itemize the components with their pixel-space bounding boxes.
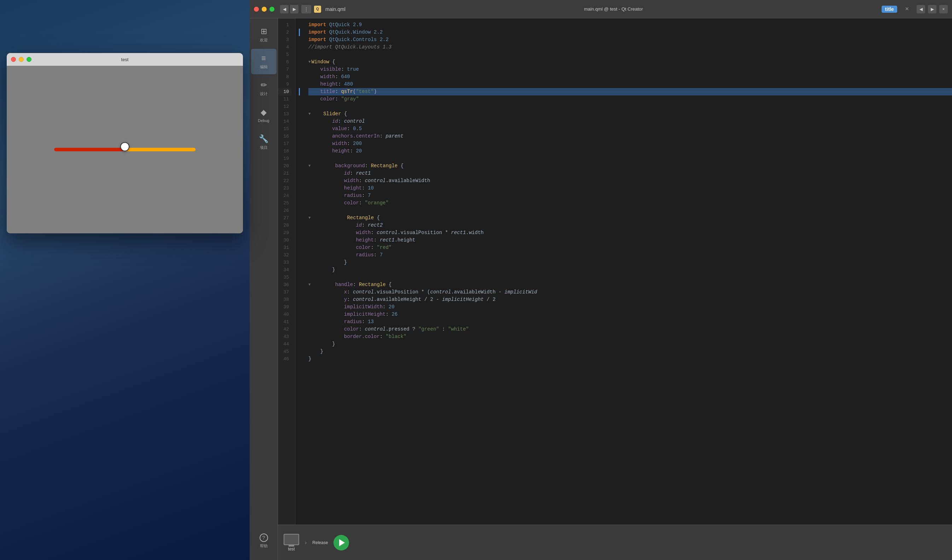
wrench-icon: 🔧 (259, 134, 269, 143)
slider-track-red (54, 148, 125, 151)
minimize-button[interactable] (19, 57, 24, 62)
line-num-27: 27 (278, 214, 292, 222)
line-num-17: 17 (278, 140, 292, 147)
code-line-37: x: control.visualPosition * (control.ava… (308, 288, 952, 296)
run-triangle-icon (339, 539, 345, 546)
code-line-23: height: 10 (308, 185, 952, 192)
sidebar-design-label: 设计 (260, 91, 268, 97)
close-button[interactable] (11, 57, 16, 62)
line-num-8: 8 (278, 73, 292, 80)
code-content[interactable]: import QtQuick 2.9 import QtQuick.Window… (303, 19, 952, 525)
line-num-39: 39 (278, 303, 292, 311)
line-numbers: 1 2 3 4 5 6 7 8 9 10 11 12 13 14 15 16 1 (278, 19, 296, 525)
fold-space-4 (296, 43, 303, 51)
line-num-29: 29 (278, 229, 292, 236)
line-num-19: 19 (278, 155, 292, 162)
monitor-icon (284, 534, 299, 545)
fold-space-15 (296, 125, 303, 133)
ide-bottom-bar: test › Release (278, 525, 952, 560)
code-line-35 (308, 274, 952, 281)
sidebar-item-edit[interactable]: ≡ 编辑 (251, 49, 277, 74)
title-badge: title (882, 6, 898, 13)
preview-window-title: test (121, 57, 129, 62)
ide-minimize-light[interactable] (262, 7, 267, 12)
line-num-16: 16 (278, 133, 292, 140)
line-num-12: 12 (278, 103, 292, 110)
fold-space-19 (296, 155, 303, 162)
fold-space-8 (296, 73, 303, 80)
line-num-31: 31 (278, 244, 292, 251)
line-num-23: 23 (278, 185, 292, 192)
line-num-33: 33 (278, 259, 292, 266)
code-area[interactable]: 1 2 3 4 5 6 7 8 9 10 11 12 13 14 15 16 1 (278, 19, 952, 525)
code-line-38: y: control.availableHeight / 2 - implici… (308, 296, 952, 303)
line-num-37: 37 (278, 288, 292, 296)
code-line-32: radius: 7 (308, 251, 952, 259)
code-line-28: id: rect2 (308, 222, 952, 229)
line-num-35: 35 (278, 274, 292, 281)
sidebar-item-help[interactable]: ? 帮助 (251, 528, 277, 554)
fold-space-14 (296, 118, 303, 125)
grid-icon: ⊞ (261, 27, 267, 36)
code-line-22: width: control.availableWidth (308, 177, 952, 185)
preview-panel: test (0, 0, 250, 560)
close-editor-button[interactable]: × (939, 5, 948, 14)
ide-main: ⊞ 欢迎 ≡ 编辑 ✏ 设计 ◆ Debug 🔧 项目 ? (250, 19, 952, 560)
sidebar-help-label: 帮助 (260, 543, 268, 549)
slider-preview[interactable] (54, 148, 196, 151)
back-button[interactable]: ◀ (280, 5, 289, 14)
fold-gutter (296, 19, 303, 525)
gutter-mark-2 (299, 29, 300, 36)
edit-icon: ≡ (261, 54, 266, 63)
file-icon: Q (314, 6, 321, 13)
run-config: test (284, 534, 299, 552)
sidebar-item-design[interactable]: ✏ 设计 (251, 76, 277, 101)
ide-window-title: main.qml @ test - Qt Creator (348, 6, 879, 12)
line-num-10: 10 (278, 88, 292, 96)
maximize-button[interactable] (26, 57, 31, 62)
chevron-right-icon: › (305, 540, 307, 546)
code-line-36: ▼ handle: Rectangle { (308, 281, 952, 288)
code-line-25: color: "orange" (308, 199, 952, 207)
ide-filename: main.qml (325, 6, 346, 12)
fold-space-18 (296, 147, 303, 155)
line-num-21: 21 (278, 170, 292, 177)
forward-button[interactable]: ▶ (290, 5, 298, 14)
fold-space-20 (296, 162, 303, 170)
sidebar-welcome-label: 欢迎 (260, 37, 268, 43)
fold-space-10 (296, 88, 303, 96)
slider-handle[interactable] (120, 142, 130, 151)
code-line-11: color: "gray" (308, 96, 952, 103)
code-line-21: id: rect1 (308, 170, 952, 177)
fold-space-17 (296, 140, 303, 147)
fold-space-1 (296, 21, 303, 29)
fold-space-13 (296, 110, 303, 118)
line-num-6: 6 (278, 58, 292, 66)
sidebar-item-debug[interactable]: ◆ Debug (251, 103, 277, 128)
split-left-button[interactable]: ◀ (916, 5, 925, 14)
line-num-34: 34 (278, 266, 292, 274)
run-config-label: test (288, 546, 295, 552)
code-line-44: } (308, 341, 952, 348)
options-button[interactable]: ⋮ (301, 5, 311, 14)
ide-sidebar: ⊞ 欢迎 ≡ 编辑 ✏ 设计 ◆ Debug 🔧 项目 ? (250, 19, 278, 560)
line-num-24: 24 (278, 192, 292, 199)
code-line-30: height: rect1.height (308, 236, 952, 244)
fold-space-9 (296, 80, 303, 88)
release-label: Release (312, 540, 328, 545)
line-num-15: 15 (278, 125, 292, 133)
sidebar-item-project[interactable]: 🔧 项目 (251, 130, 277, 155)
code-line-20: ▼ background: Rectangle { (308, 162, 952, 170)
split-right-button[interactable]: ▶ (928, 5, 937, 14)
run-button[interactable] (334, 535, 349, 551)
tab-close-button[interactable]: × (903, 5, 911, 13)
ide-maximize-light[interactable] (269, 7, 274, 12)
line-num-41: 41 (278, 318, 292, 326)
code-line-15: value: 0.5 (308, 125, 952, 133)
sidebar-edit-label: 编辑 (260, 64, 268, 69)
sidebar-debug-label: Debug (258, 119, 269, 123)
fold-space-6 (296, 58, 303, 66)
ide-close-light[interactable] (254, 7, 259, 12)
sidebar-item-welcome[interactable]: ⊞ 欢迎 (251, 22, 277, 47)
ide-traffic-lights (254, 7, 274, 12)
